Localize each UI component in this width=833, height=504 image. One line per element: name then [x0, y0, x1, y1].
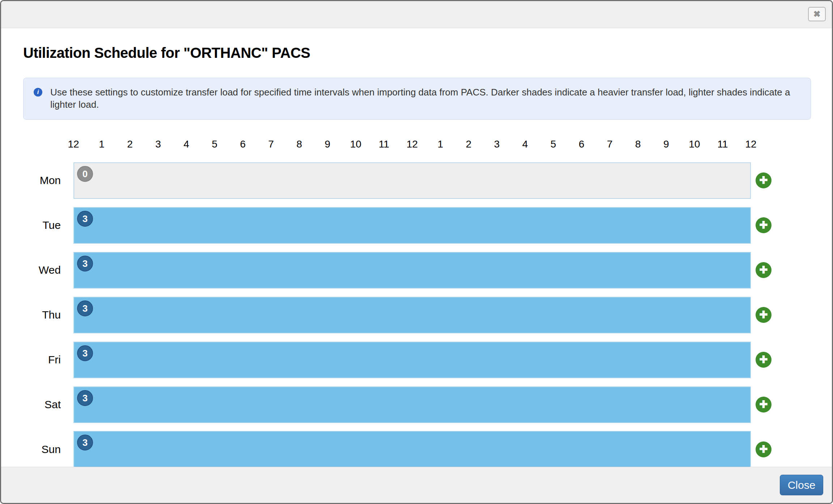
- info-alert-text: Use these settings to customize transfer…: [50, 86, 800, 111]
- day-label: Tue: [1, 219, 73, 231]
- plus-circle-icon: ✚: [759, 219, 768, 231]
- hour-label: 12: [398, 138, 426, 151]
- hour-label: 8: [624, 138, 652, 151]
- add-interval-button[interactable]: ✚: [756, 307, 771, 323]
- dialog-title: Utilization Schedule for "ORTHANC" PACS: [23, 45, 811, 61]
- hour-label: 11: [370, 138, 398, 151]
- utilization-schedule-dialog: ✖ Utilization Schedule for "ORTHANC" PAC…: [0, 0, 833, 504]
- day-label: Mon: [1, 174, 73, 187]
- load-badge[interactable]: 0: [77, 166, 93, 182]
- schedule-bar-tue[interactable]: 3: [73, 207, 751, 244]
- schedule-bar-thu[interactable]: 3: [73, 297, 751, 333]
- hour-label: 7: [596, 138, 624, 151]
- add-interval-button[interactable]: ✚: [756, 217, 771, 233]
- info-circle-icon: i: [34, 88, 42, 97]
- dialog-footer: Close: [1, 467, 832, 503]
- plus-circle-icon: ✚: [759, 264, 768, 276]
- hour-label: 5: [200, 138, 229, 151]
- day-label: Sat: [1, 398, 73, 411]
- hour-label: 1: [88, 138, 116, 151]
- schedule-row-sun: Sun 3 ✚: [1, 427, 832, 472]
- add-interval-button[interactable]: ✚: [756, 397, 771, 413]
- hour-label: 5: [539, 138, 567, 151]
- schedule-bar-wed[interactable]: 3: [73, 252, 751, 289]
- day-label: Wed: [1, 264, 73, 276]
- schedule-bar-sun[interactable]: 3: [73, 431, 751, 472]
- schedule-row-sat: Sat 3 ✚: [1, 382, 832, 427]
- schedule-rows: Mon 0 ✚ Tue 3 ✚ Wed 3 ✚: [1, 158, 832, 472]
- schedule-row-wed: Wed 3 ✚: [1, 248, 832, 292]
- add-interval-button[interactable]: ✚: [756, 352, 771, 368]
- load-badge[interactable]: 3: [77, 345, 93, 361]
- hour-label: 3: [483, 138, 511, 151]
- day-label: Sun: [1, 443, 73, 456]
- hour-label: 2: [116, 138, 144, 151]
- day-label: Thu: [1, 309, 73, 321]
- schedule-row-mon: Mon 0 ✚: [1, 158, 832, 203]
- info-alert: i Use these settings to customize transf…: [23, 78, 811, 120]
- add-interval-button[interactable]: ✚: [756, 262, 771, 278]
- schedule-bar-fri[interactable]: 3: [73, 342, 751, 378]
- close-button[interactable]: Close: [780, 475, 823, 495]
- load-badge[interactable]: 3: [77, 435, 93, 450]
- add-interval-button[interactable]: ✚: [756, 172, 771, 188]
- hour-label: 7: [257, 138, 285, 151]
- hour-label: 10: [342, 138, 370, 151]
- hour-label: 1: [426, 138, 454, 151]
- hour-label: 9: [652, 138, 680, 151]
- hour-label: 6: [229, 138, 257, 151]
- add-interval-button[interactable]: ✚: [756, 441, 771, 457]
- plus-circle-icon: ✚: [759, 354, 768, 365]
- plus-circle-icon: ✚: [759, 399, 768, 410]
- day-label: Fri: [1, 354, 73, 366]
- dialog-close-x-button[interactable]: ✖: [808, 7, 826, 21]
- schedule-row-thu: Thu 3 ✚: [1, 292, 832, 337]
- dialog-header: ✖: [1, 1, 832, 28]
- schedule-row-fri: Fri 3 ✚: [1, 337, 832, 382]
- hour-axis: 12 1 2 3 4 5 6 7 8 9 10 11 12 1 2 3 4 5 …: [1, 138, 832, 151]
- schedule-bar-mon[interactable]: 0: [73, 162, 751, 199]
- hour-label: 4: [172, 138, 200, 151]
- hour-label: 6: [567, 138, 596, 151]
- hour-label: 10: [680, 138, 709, 151]
- hour-label: 2: [454, 138, 483, 151]
- schedule-bar-sat[interactable]: 3: [73, 386, 751, 423]
- schedule-row-tue: Tue 3 ✚: [1, 203, 832, 248]
- hour-label: 8: [285, 138, 313, 151]
- plus-circle-icon: ✚: [759, 309, 768, 320]
- plus-circle-icon: ✚: [759, 444, 768, 455]
- load-badge[interactable]: 3: [77, 300, 93, 316]
- plus-circle-icon: ✚: [759, 175, 768, 186]
- load-badge[interactable]: 3: [77, 390, 93, 406]
- hour-label: 3: [144, 138, 172, 151]
- hour-label: 12: [737, 138, 765, 151]
- hour-label: 9: [313, 138, 342, 151]
- load-badge[interactable]: 3: [77, 211, 93, 227]
- close-icon: ✖: [813, 9, 820, 19]
- load-badge[interactable]: 3: [77, 256, 93, 272]
- hour-label: 4: [511, 138, 539, 151]
- hour-label: 12: [59, 138, 88, 151]
- hour-label: 11: [709, 138, 737, 151]
